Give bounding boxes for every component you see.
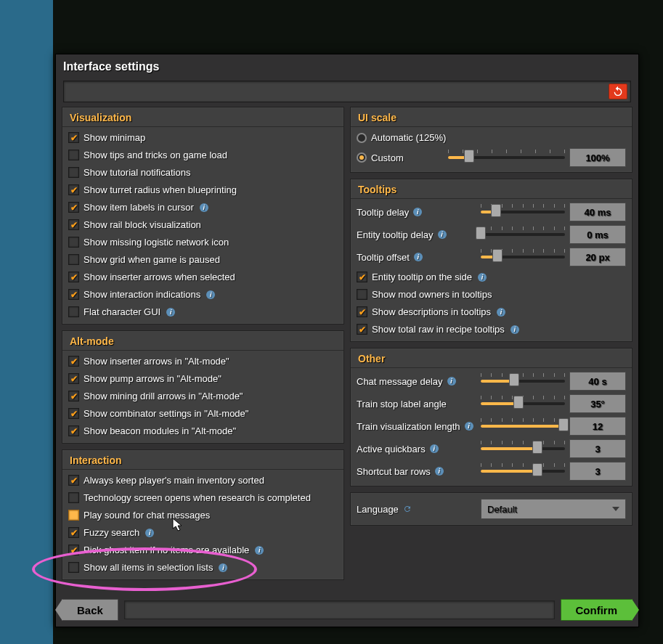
info-icon[interactable] (219, 563, 227, 572)
altmode-row[interactable]: Show inserter arrows in "Alt-mode" (68, 354, 338, 369)
checkbox[interactable] (357, 324, 367, 335)
visualization-row[interactable]: Show minimap (68, 130, 338, 145)
info-icon[interactable] (447, 377, 456, 386)
checkbox[interactable] (68, 545, 79, 555)
checkbox[interactable] (68, 527, 79, 538)
visualization-row[interactable]: Show interaction indications (68, 287, 338, 302)
visualization-row[interactable]: Show missing logistic network icon (68, 235, 338, 250)
checkbox[interactable] (68, 391, 79, 402)
info-icon[interactable] (478, 273, 487, 282)
checkbox[interactable] (68, 184, 79, 195)
slider-handle[interactable] (509, 373, 519, 386)
slider[interactable] (481, 445, 565, 452)
info-icon[interactable] (435, 467, 444, 476)
slider[interactable] (481, 378, 565, 385)
language-dropdown[interactable]: Default (481, 499, 626, 519)
slider[interactable] (481, 231, 565, 238)
interaction-row[interactable]: Always keep player's main inventory sort… (68, 473, 338, 488)
uiscale-slider[interactable] (448, 154, 565, 161)
interaction-row[interactable]: Show all items in selection lists (68, 560, 338, 575)
search-bar[interactable] (63, 81, 631, 102)
altmode-row[interactable]: Show mining drill arrows in "Alt-mode" (68, 388, 338, 404)
slider-value[interactable]: 0 ms (569, 225, 626, 244)
altmode-row[interactable]: Show beacon modules in "Alt-mode" (68, 423, 338, 439)
visualization-row[interactable]: Show grid when game is paused (68, 252, 338, 267)
tooltip-row[interactable]: Show total raw in recipe tooltips (357, 322, 626, 337)
checkbox[interactable] (357, 306, 367, 317)
reset-button[interactable] (609, 83, 627, 99)
slider-handle[interactable] (532, 463, 542, 476)
info-icon[interactable] (145, 529, 154, 537)
slider-handle[interactable] (491, 204, 501, 217)
visualization-row[interactable]: Show inserter arrows when selected (68, 269, 338, 285)
interaction-row[interactable]: Play sound for chat messages (68, 508, 338, 523)
info-icon[interactable] (438, 230, 447, 239)
info-icon[interactable] (413, 208, 422, 216)
checkbox[interactable] (68, 562, 79, 573)
interaction-row[interactable]: Pick ghost item if no items are availabl… (68, 542, 338, 558)
visualization-row[interactable]: Show rail block visualization (68, 217, 338, 232)
radio-custom[interactable] (357, 152, 367, 163)
checkbox[interactable] (68, 356, 79, 367)
visualization-row[interactable]: Show tips and tricks on game load (68, 147, 338, 163)
checkbox[interactable] (68, 492, 79, 503)
back-button[interactable]: Back (62, 599, 118, 621)
checkbox[interactable] (68, 373, 79, 384)
visualization-row[interactable]: Show item labels in cursor (68, 200, 338, 215)
checkbox[interactable] (357, 272, 367, 282)
confirm-button[interactable]: Confirm (561, 599, 633, 621)
checkbox[interactable] (68, 237, 79, 248)
slider-value[interactable]: 40 s (569, 372, 626, 391)
checkbox[interactable] (68, 202, 79, 213)
info-icon[interactable] (414, 253, 423, 261)
info-icon[interactable] (511, 325, 519, 334)
info-icon[interactable] (206, 290, 215, 299)
checkbox[interactable] (68, 306, 79, 317)
tooltip-row[interactable]: Entity tooltip on the side (357, 269, 626, 285)
info-icon[interactable] (497, 308, 505, 317)
checkbox[interactable] (68, 254, 79, 265)
interaction-row[interactable]: Fuzzy search (68, 525, 338, 540)
info-icon[interactable] (430, 444, 439, 453)
slider-handle[interactable] (558, 418, 569, 431)
refresh-icon[interactable] (403, 505, 412, 513)
slider-handle[interactable] (464, 150, 474, 163)
slider-value[interactable]: 3 (569, 439, 626, 458)
slider[interactable] (481, 208, 565, 216)
slider-value[interactable]: 3 (569, 462, 626, 481)
checkbox[interactable] (68, 150, 79, 160)
checkbox[interactable] (357, 289, 367, 300)
slider-value[interactable]: 20 px (569, 248, 626, 266)
slider-value[interactable]: 12 (569, 417, 626, 436)
slider[interactable] (481, 468, 565, 475)
slider-handle[interactable] (513, 396, 524, 409)
info-icon[interactable] (465, 422, 473, 431)
tooltip-row[interactable]: Show descriptions in tooltips (357, 304, 626, 319)
radio-automatic[interactable] (357, 133, 367, 143)
visualization-row[interactable]: Show tutorial notifications (68, 165, 338, 180)
altmode-row[interactable]: Show combinator settings in "Alt-mode" (68, 406, 338, 421)
uiscale-value[interactable]: 100% (569, 148, 626, 167)
uiscale-auto-row[interactable]: Automatic (125%) (357, 130, 626, 145)
visualization-row[interactable]: Flat character GUI (68, 304, 338, 319)
checkbox[interactable] (68, 425, 79, 436)
visualization-row[interactable]: Show turret radius when blueprinting (68, 182, 338, 197)
slider-handle[interactable] (532, 441, 542, 454)
slider-value[interactable]: 40 ms (569, 203, 626, 221)
slider[interactable] (481, 423, 565, 430)
checkbox[interactable] (68, 408, 79, 419)
checkbox[interactable] (68, 219, 79, 230)
info-icon[interactable] (200, 203, 208, 212)
interaction-row[interactable]: Technology screen opens when research is… (68, 490, 338, 505)
tooltip-row[interactable]: Show mod owners in tooltips (357, 287, 626, 302)
checkbox[interactable] (68, 475, 79, 486)
checkbox[interactable] (68, 272, 79, 282)
slider-handle[interactable] (492, 249, 503, 262)
slider[interactable] (481, 400, 565, 407)
checkbox[interactable] (68, 132, 79, 143)
slider-value[interactable]: 35° (569, 394, 626, 413)
checkbox[interactable] (68, 289, 79, 300)
altmode-row[interactable]: Show pump arrows in "Alt-mode" (68, 371, 338, 386)
checkbox[interactable] (68, 510, 79, 521)
slider[interactable] (481, 253, 565, 261)
